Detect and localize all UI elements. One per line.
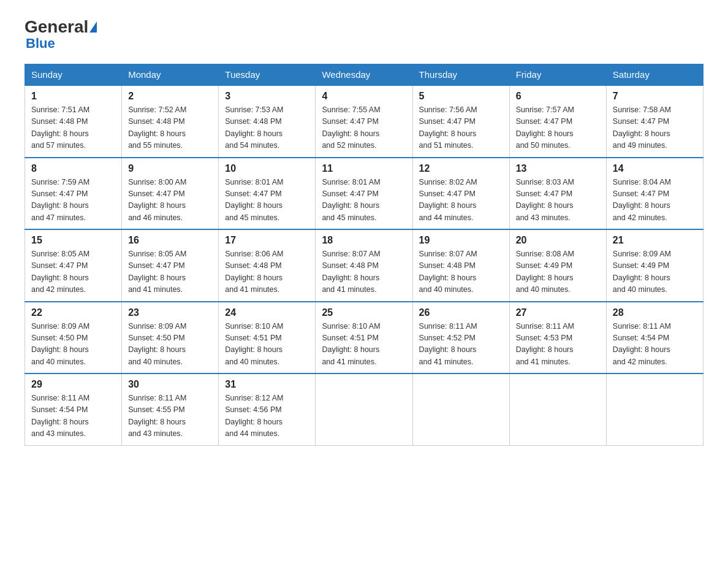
calendar-table: Sunday Monday Tuesday Wednesday Thursday… [25,64,703,446]
calendar-cell: 22 Sunrise: 8:09 AMSunset: 4:50 PMDaylig… [25,302,122,374]
day-number: 21 [613,235,697,246]
calendar-cell: 28 Sunrise: 8:11 AMSunset: 4:54 PMDaylig… [606,302,703,374]
weekday-header-row: Sunday Monday Tuesday Wednesday Thursday… [25,64,703,86]
header-monday: Monday [122,64,219,86]
day-number: 12 [419,163,503,174]
logo: General Blue [25,18,97,52]
day-info: Sunrise: 8:11 AMSunset: 4:53 PMDaylight:… [516,321,600,369]
day-number: 26 [419,307,503,318]
day-info: Sunrise: 7:55 AMSunset: 4:47 PMDaylight:… [322,104,406,152]
day-info: Sunrise: 7:52 AMSunset: 4:48 PMDaylight:… [128,104,212,152]
day-info: Sunrise: 8:05 AMSunset: 4:47 PMDaylight:… [31,248,115,296]
day-number: 14 [613,163,697,174]
day-info: Sunrise: 8:11 AMSunset: 4:54 PMDaylight:… [31,393,115,440]
day-number: 11 [322,163,406,174]
day-number: 27 [516,307,600,318]
day-number: 25 [322,307,406,318]
week-row-4: 22 Sunrise: 8:09 AMSunset: 4:50 PMDaylig… [25,302,703,374]
calendar-cell: 13 Sunrise: 8:03 AMSunset: 4:47 PMDaylig… [509,158,606,230]
calendar-cell: 4 Sunrise: 7:55 AMSunset: 4:47 PMDayligh… [316,85,412,158]
day-info: Sunrise: 8:10 AMSunset: 4:51 PMDaylight:… [225,321,309,369]
day-info: Sunrise: 8:09 AMSunset: 4:50 PMDaylight:… [31,321,115,369]
logo-blue-text: Blue [26,36,55,52]
calendar-cell: 10 Sunrise: 8:01 AMSunset: 4:47 PMDaylig… [219,158,316,230]
calendar-cell [412,373,509,445]
day-number: 4 [322,91,406,102]
day-number: 19 [419,235,503,246]
calendar-cell: 9 Sunrise: 8:00 AMSunset: 4:47 PMDayligh… [122,158,219,230]
calendar-cell: 6 Sunrise: 7:57 AMSunset: 4:47 PMDayligh… [509,85,606,158]
calendar-cell: 2 Sunrise: 7:52 AMSunset: 4:48 PMDayligh… [122,85,219,158]
day-info: Sunrise: 8:01 AMSunset: 4:47 PMDaylight:… [322,177,406,224]
calendar-cell: 19 Sunrise: 8:07 AMSunset: 4:48 PMDaylig… [412,229,509,302]
calendar-cell: 23 Sunrise: 8:09 AMSunset: 4:50 PMDaylig… [122,302,219,374]
logo-general-text: General [25,18,88,36]
day-info: Sunrise: 8:02 AMSunset: 4:47 PMDaylight:… [419,177,503,224]
day-info: Sunrise: 8:11 AMSunset: 4:52 PMDaylight:… [419,321,503,369]
header-wednesday: Wednesday [316,64,412,86]
header-tuesday: Tuesday [219,64,316,86]
calendar-cell: 29 Sunrise: 8:11 AMSunset: 4:54 PMDaylig… [25,373,122,445]
day-number: 9 [128,163,212,174]
day-number: 1 [31,91,115,102]
calendar-cell [606,373,703,445]
day-info: Sunrise: 8:00 AMSunset: 4:47 PMDaylight:… [128,177,212,224]
day-number: 15 [31,235,115,246]
day-number: 18 [322,235,406,246]
header-thursday: Thursday [412,64,509,86]
day-number: 6 [516,91,600,102]
day-info: Sunrise: 8:11 AMSunset: 4:55 PMDaylight:… [128,393,212,440]
calendar-cell: 27 Sunrise: 8:11 AMSunset: 4:53 PMDaylig… [509,302,606,374]
day-info: Sunrise: 8:10 AMSunset: 4:51 PMDaylight:… [322,321,406,369]
day-info: Sunrise: 8:07 AMSunset: 4:48 PMDaylight:… [419,248,503,296]
week-row-5: 29 Sunrise: 8:11 AMSunset: 4:54 PMDaylig… [25,373,703,445]
day-info: Sunrise: 7:53 AMSunset: 4:48 PMDaylight:… [225,104,309,152]
day-info: Sunrise: 7:51 AMSunset: 4:48 PMDaylight:… [31,104,115,152]
day-info: Sunrise: 7:58 AMSunset: 4:47 PMDaylight:… [613,104,697,152]
logo-arrow-icon [89,21,97,33]
calendar-cell: 7 Sunrise: 7:58 AMSunset: 4:47 PMDayligh… [606,85,703,158]
week-row-2: 8 Sunrise: 7:59 AMSunset: 4:47 PMDayligh… [25,158,703,230]
calendar-cell: 24 Sunrise: 8:10 AMSunset: 4:51 PMDaylig… [219,302,316,374]
day-number: 30 [128,379,212,390]
week-row-1: 1 Sunrise: 7:51 AMSunset: 4:48 PMDayligh… [25,85,703,158]
calendar-cell: 30 Sunrise: 8:11 AMSunset: 4:55 PMDaylig… [122,373,219,445]
day-number: 29 [31,379,115,390]
day-info: Sunrise: 8:04 AMSunset: 4:47 PMDaylight:… [613,177,697,224]
calendar-cell: 17 Sunrise: 8:06 AMSunset: 4:48 PMDaylig… [219,229,316,302]
page-header: General Blue [25,18,703,52]
day-number: 8 [31,163,115,174]
week-row-3: 15 Sunrise: 8:05 AMSunset: 4:47 PMDaylig… [25,229,703,302]
day-info: Sunrise: 8:09 AMSunset: 4:50 PMDaylight:… [128,321,212,369]
day-info: Sunrise: 8:05 AMSunset: 4:47 PMDaylight:… [128,248,212,296]
day-number: 10 [225,163,309,174]
calendar-cell: 3 Sunrise: 7:53 AMSunset: 4:48 PMDayligh… [219,85,316,158]
day-number: 20 [516,235,600,246]
day-info: Sunrise: 8:01 AMSunset: 4:47 PMDaylight:… [225,177,309,224]
day-number: 5 [419,91,503,102]
calendar-cell [316,373,412,445]
day-number: 24 [225,307,309,318]
calendar-cell: 16 Sunrise: 8:05 AMSunset: 4:47 PMDaylig… [122,229,219,302]
calendar-cell: 26 Sunrise: 8:11 AMSunset: 4:52 PMDaylig… [412,302,509,374]
day-number: 17 [225,235,309,246]
day-info: Sunrise: 8:03 AMSunset: 4:47 PMDaylight:… [516,177,600,224]
day-info: Sunrise: 7:59 AMSunset: 4:47 PMDaylight:… [31,177,115,224]
calendar-cell: 25 Sunrise: 8:10 AMSunset: 4:51 PMDaylig… [316,302,412,374]
calendar-cell: 8 Sunrise: 7:59 AMSunset: 4:47 PMDayligh… [25,158,122,230]
calendar-cell: 1 Sunrise: 7:51 AMSunset: 4:48 PMDayligh… [25,85,122,158]
calendar-cell [509,373,606,445]
calendar-cell: 5 Sunrise: 7:56 AMSunset: 4:47 PMDayligh… [412,85,509,158]
day-number: 16 [128,235,212,246]
day-info: Sunrise: 8:11 AMSunset: 4:54 PMDaylight:… [613,321,697,369]
day-info: Sunrise: 8:07 AMSunset: 4:48 PMDaylight:… [322,248,406,296]
calendar-cell: 18 Sunrise: 8:07 AMSunset: 4:48 PMDaylig… [316,229,412,302]
day-number: 23 [128,307,212,318]
day-number: 28 [613,307,697,318]
day-number: 22 [31,307,115,318]
day-number: 7 [613,91,697,102]
calendar-cell: 20 Sunrise: 8:08 AMSunset: 4:49 PMDaylig… [509,229,606,302]
header-sunday: Sunday [25,64,122,86]
calendar-cell: 21 Sunrise: 8:09 AMSunset: 4:49 PMDaylig… [606,229,703,302]
header-friday: Friday [509,64,606,86]
